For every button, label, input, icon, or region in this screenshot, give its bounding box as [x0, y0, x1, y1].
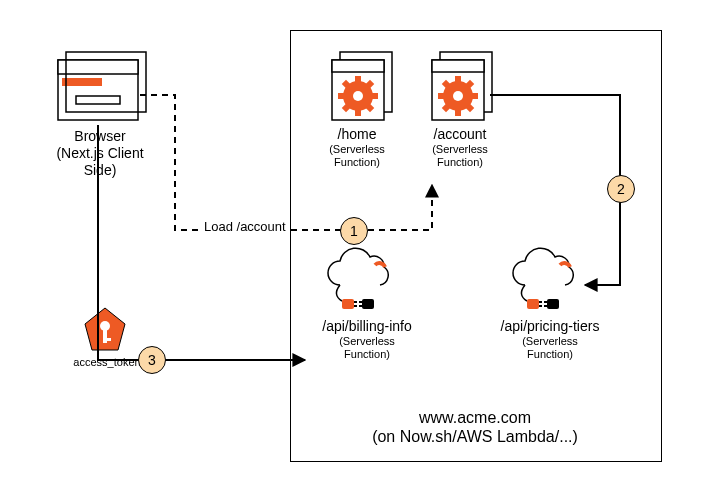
svg-rect-34: [362, 299, 374, 309]
svg-rect-39: [539, 305, 542, 307]
svg-rect-24: [455, 108, 461, 116]
browser-sub2: Side): [40, 162, 160, 179]
account-window-icon: [432, 52, 492, 120]
browser-icon: [58, 52, 146, 120]
svg-rect-31: [342, 299, 354, 309]
svg-rect-38: [539, 301, 542, 303]
svg-rect-25: [438, 93, 446, 99]
server-box-caption: www.acme.com (on Now.sh/AWS Lambda/...): [300, 408, 650, 446]
server-title1: www.acme.com: [300, 408, 650, 427]
svg-rect-1: [58, 60, 138, 74]
pricing-cloud-icon: [513, 248, 573, 309]
svg-rect-20: [432, 60, 484, 72]
access-token-icon: [85, 308, 125, 350]
home-sub2: Function): [312, 156, 402, 169]
svg-rect-36: [359, 305, 362, 307]
billing-cloud-icon: [328, 248, 388, 309]
home-window-icon: [332, 52, 392, 120]
svg-rect-10: [355, 76, 361, 84]
browser-label: Browser (Next.js Client Side): [40, 128, 160, 178]
account-path: /account: [412, 126, 508, 143]
billing-path: /api/billing-info: [302, 318, 432, 335]
svg-rect-46: [107, 338, 111, 341]
home-sub1: (Serverless: [312, 143, 402, 156]
home-path: /home: [312, 126, 402, 143]
svg-rect-45: [103, 329, 107, 343]
svg-rect-23: [455, 76, 461, 84]
svg-rect-7: [332, 60, 384, 72]
svg-rect-33: [354, 305, 357, 307]
svg-rect-13: [370, 93, 378, 99]
svg-rect-35: [359, 301, 362, 303]
server-title2: (on Now.sh/AWS Lambda/...): [300, 427, 650, 446]
svg-rect-26: [470, 93, 478, 99]
pricing-path: /api/pricing-tiers: [480, 318, 620, 335]
svg-point-9: [353, 91, 363, 101]
svg-rect-11: [355, 108, 361, 116]
pricing-sub2: Function): [480, 348, 620, 361]
svg-rect-12: [338, 93, 346, 99]
billing-label: /api/billing-info (Serverless Function): [302, 318, 432, 361]
account-label: /account (Serverless Function): [412, 126, 508, 169]
billing-sub1: (Serverless: [302, 335, 432, 348]
svg-rect-42: [544, 305, 547, 307]
svg-rect-32: [354, 301, 357, 303]
svg-rect-37: [527, 299, 539, 309]
billing-sub2: Function): [302, 348, 432, 361]
account-sub1: (Serverless: [412, 143, 508, 156]
home-label: /home (Serverless Function): [312, 126, 402, 169]
pricing-label: /api/pricing-tiers (Serverless Function): [480, 318, 620, 361]
svg-point-22: [453, 91, 463, 101]
browser-title: Browser: [40, 128, 160, 145]
step-2-badge: 2: [607, 175, 635, 203]
svg-rect-41: [544, 301, 547, 303]
architecture-diagram: Browser (Next.js Client Side) /home (Ser…: [0, 0, 720, 500]
pricing-sub1: (Serverless: [480, 335, 620, 348]
svg-rect-40: [547, 299, 559, 309]
step-1-badge: 1: [340, 217, 368, 245]
svg-rect-2: [62, 78, 102, 86]
edge-load-label: Load /account: [202, 218, 288, 235]
account-sub2: Function): [412, 156, 508, 169]
browser-sub1: (Next.js Client: [40, 145, 160, 162]
step-3-badge: 3: [138, 346, 166, 374]
